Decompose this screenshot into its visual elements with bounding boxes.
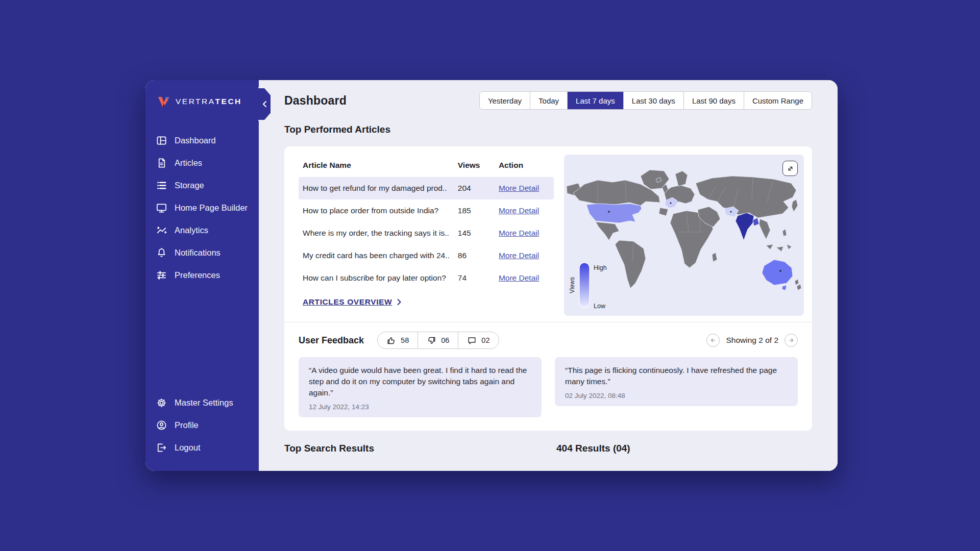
views-cell: 86 (454, 244, 495, 267)
date-range-tabs: Yesterday Today Last 7 days Last 30 days… (479, 91, 812, 110)
feedback-text: “A video guide would have been great. I … (309, 365, 531, 398)
map-country-united-states (586, 204, 642, 223)
sidebar-item-label: Analytics (175, 226, 208, 235)
article-name-cell: How can I subscribe for pay later option… (299, 267, 454, 289)
sidebar-nav-bottom: Master Settings Profile Logout (156, 391, 259, 459)
views-cell: 74 (454, 267, 495, 289)
sidebar-item-logout[interactable]: Logout (156, 436, 259, 459)
sidebar-item-label: Master Settings (175, 398, 233, 408)
map-country-india (736, 213, 754, 240)
tab-custom-range[interactable]: Custom Range (744, 92, 812, 109)
tab-last-7-days[interactable]: Last 7 days (567, 92, 623, 109)
dashboard-icon (156, 135, 167, 146)
sidebar-item-label: Profile (175, 420, 199, 430)
article-name-cell: How to get refund for my damaged prod.. (299, 177, 454, 199)
gear-icon (156, 397, 167, 409)
sidebar-item-analytics[interactable]: Analytics (156, 219, 259, 241)
sidebar-item-preferences[interactable]: Preferences (156, 264, 259, 286)
logout-icon (156, 442, 167, 454)
legend-high-label: High (594, 264, 607, 271)
thumbs-up-icon (386, 336, 396, 345)
table-row[interactable]: How to place order from outside India? 1… (299, 199, 554, 222)
table-row[interactable]: How to get refund for my damaged prod.. … (299, 177, 554, 199)
feedback-card: “This page is flicking continueosly. I h… (555, 357, 798, 406)
page-title: Dashboard (284, 94, 347, 108)
sidebar-item-articles[interactable]: Articles (156, 152, 259, 174)
feedback-card: “A video guide would have been great. I … (299, 357, 542, 417)
top-search-results-title: Top Search Results (284, 443, 556, 454)
sidebar-collapse-tab (258, 87, 272, 121)
views-cell: 204 (454, 177, 495, 199)
map-country-australia (762, 260, 793, 285)
sidebar-item-label: Logout (175, 443, 200, 453)
chevron-right-icon (397, 299, 401, 305)
likes-count: 58 (401, 336, 409, 344)
article-name-cell: My credit card has been charged with 24.… (299, 244, 454, 267)
sidebar-item-notifications[interactable]: Notifications (156, 241, 259, 264)
dislikes-count: 06 (441, 336, 449, 344)
views-world-map: High Low Views (564, 155, 804, 316)
app-window: VERTRATECH Dashboard Articles (145, 80, 838, 471)
sliders-icon (156, 269, 167, 281)
more-detail-link[interactable]: More Detail (499, 184, 539, 192)
sidebar-item-home-page-builder[interactable]: Home Page Builder (156, 196, 259, 219)
user-feedback-section: User Feedback 58 (284, 322, 812, 431)
map-expand-button[interactable] (782, 161, 798, 176)
expand-icon (787, 165, 794, 172)
sidebar-item-label: Notifications (175, 248, 220, 258)
feedback-prev-button[interactable] (706, 334, 720, 347)
storage-icon (156, 180, 167, 191)
legend-axis-label: Views (569, 277, 576, 293)
bell-icon (156, 247, 167, 259)
analytics-icon (156, 224, 167, 236)
sidebar-collapse-button[interactable] (258, 88, 271, 120)
thumbs-down-icon (427, 336, 436, 345)
sidebar-item-master-settings[interactable]: Master Settings (156, 391, 259, 414)
top-performed-articles-title: Top Performed Articles (284, 124, 812, 135)
more-detail-link[interactable]: More Detail (499, 206, 539, 215)
user-feedback-title: User Feedback (299, 335, 364, 346)
tab-today[interactable]: Today (530, 92, 567, 109)
table-row[interactable]: My credit card has been charged with 24.… (299, 244, 554, 267)
article-icon (156, 157, 167, 169)
feedback-next-button[interactable] (785, 334, 798, 347)
feedback-pager: Showing 2 of 2 (706, 334, 798, 347)
comments-segment[interactable]: 02 (458, 332, 498, 348)
feedback-text: “This page is flicking continueosly. I h… (565, 365, 788, 387)
desktop-background: { "brand": { "name_light": "VERTRA", "na… (0, 0, 980, 551)
more-detail-link[interactable]: More Detail (499, 251, 539, 260)
views-cell: 185 (454, 199, 495, 222)
sidebar-item-label: Storage (175, 181, 204, 190)
tab-last-30-days[interactable]: Last 30 days (623, 92, 683, 109)
chevron-left-icon (262, 101, 267, 107)
arrow-left-icon (710, 337, 716, 343)
profile-icon (156, 419, 167, 431)
main-content: Dashboard Yesterday Today Last 7 days La… (259, 80, 838, 471)
sidebar-item-dashboard[interactable]: Dashboard (156, 129, 259, 152)
column-header-views: Views (454, 155, 495, 177)
column-header-article-name: Article Name (299, 155, 454, 177)
articles-overview-link[interactable]: ARTICLES OVERVIEW (303, 297, 401, 307)
legend-low-label: Low (594, 303, 606, 310)
more-detail-link[interactable]: More Detail (499, 229, 539, 237)
feedback-paging-text: Showing 2 of 2 (726, 336, 778, 345)
vertratech-logo-icon (157, 94, 171, 109)
likes-segment[interactable]: 58 (378, 332, 418, 348)
tab-yesterday[interactable]: Yesterday (480, 92, 530, 109)
sidebar-item-label: Articles (175, 158, 202, 168)
table-row[interactable]: How can I subscribe for pay later option… (299, 267, 554, 289)
dislikes-segment[interactable]: 06 (418, 332, 458, 348)
brand-logo: VERTRATECH (157, 94, 259, 109)
more-detail-link[interactable]: More Detail (499, 273, 539, 282)
table-row[interactable]: Where is my order, the tracking says it … (299, 222, 554, 244)
sidebar: VERTRATECH Dashboard Articles (145, 80, 259, 471)
sidebar-item-storage[interactable]: Storage (156, 174, 259, 196)
feedback-timestamp: 02 July 2022, 08:48 (565, 392, 788, 399)
article-name-cell: How to place order from outside India? (299, 199, 454, 222)
sidebar-item-profile[interactable]: Profile (156, 414, 259, 436)
comment-icon (467, 336, 477, 345)
map-country-bangladesh (753, 218, 759, 226)
tab-last-90-days[interactable]: Last 90 days (683, 92, 744, 109)
feedback-timestamp: 12 July 2022, 14:23 (309, 403, 531, 411)
comments-count: 02 (481, 336, 489, 344)
